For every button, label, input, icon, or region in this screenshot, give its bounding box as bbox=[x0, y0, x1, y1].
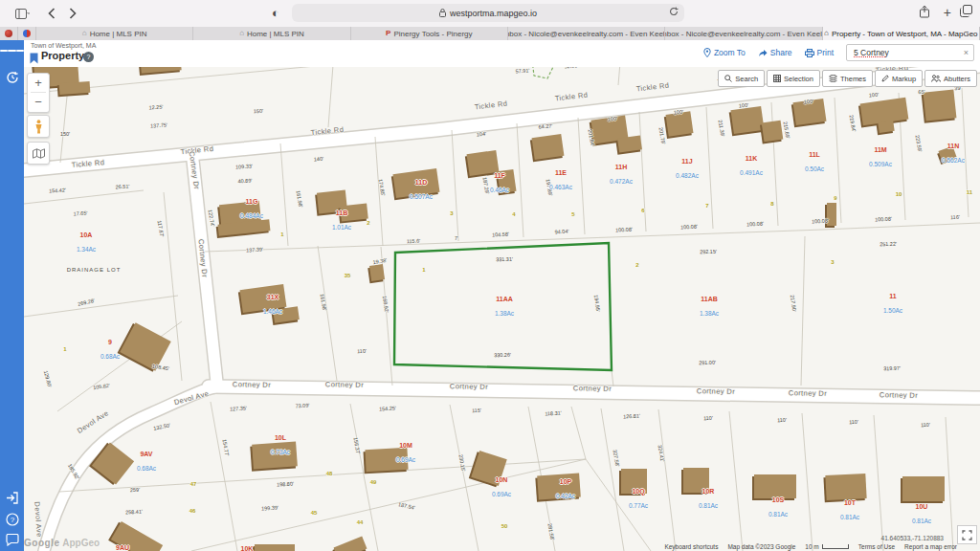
map-attribution: Keyboard shortcuts Map data ©2023 Google… bbox=[664, 543, 957, 550]
menu-icon[interactable] bbox=[0, 48, 24, 54]
back-icon[interactable] bbox=[48, 8, 56, 19]
forward-icon[interactable] bbox=[69, 8, 77, 19]
building bbox=[57, 81, 91, 97]
building bbox=[728, 106, 764, 136]
history-icon[interactable] bbox=[0, 71, 24, 84]
basemap-icon bbox=[33, 148, 45, 159]
building bbox=[752, 474, 796, 500]
new-tab-icon[interactable]: + bbox=[944, 5, 951, 20]
building bbox=[535, 473, 581, 501]
themes-tool-button[interactable]: Themes bbox=[822, 70, 873, 87]
property-bookmark-icon bbox=[30, 51, 38, 68]
svg-text:?: ? bbox=[10, 516, 14, 524]
keyboard-shortcuts-link[interactable]: Keyboard shortcuts bbox=[664, 543, 718, 550]
terms-link[interactable]: Terms of Use bbox=[858, 543, 895, 550]
zoom-out-button[interactable]: − bbox=[28, 93, 49, 111]
address-bar[interactable]: westportma.mapgeo.io bbox=[292, 4, 684, 22]
tab-mapgeo-active[interactable]: ⌂Property - Town of Westport, MA - MapGe… bbox=[823, 27, 980, 40]
building bbox=[118, 321, 171, 372]
mls-favicon: ⌂ bbox=[82, 30, 87, 37]
appgeo-watermark: AppGeo bbox=[62, 538, 100, 548]
refresh-icon[interactable] bbox=[669, 7, 679, 18]
clear-search-icon[interactable]: × bbox=[964, 48, 969, 57]
dashed-parcel-marker bbox=[532, 67, 554, 78]
privacy-report-icon[interactable]: ◐ bbox=[272, 6, 279, 20]
building bbox=[250, 441, 298, 471]
street-view-pegman[interactable] bbox=[27, 115, 50, 138]
tab-mls-1[interactable]: ⌂Home | MLS PIN bbox=[36, 27, 193, 40]
help-icon[interactable]: ? bbox=[0, 513, 24, 526]
building bbox=[937, 146, 958, 165]
sign-in-icon[interactable] bbox=[0, 492, 24, 504]
pinned-tab-1[interactable] bbox=[0, 27, 18, 40]
selection-grid-icon bbox=[773, 75, 781, 82]
search-input[interactable] bbox=[852, 47, 951, 58]
pinned-tab-2[interactable] bbox=[18, 27, 36, 40]
watermark: Google AppGeo bbox=[24, 538, 100, 548]
map-toolbar: Search Selection Themes Markup Abutters bbox=[718, 70, 977, 87]
abutters-people-icon bbox=[931, 75, 941, 82]
url-text: westportma.mapgeo.io bbox=[450, 9, 537, 18]
themes-layers-icon bbox=[829, 75, 837, 82]
fullscreen-icon bbox=[962, 530, 972, 540]
pin-icon bbox=[703, 48, 711, 57]
tab-pinergy[interactable]: PPinergy Tools - Pinergy bbox=[351, 27, 508, 40]
share-icon[interactable] bbox=[919, 5, 930, 18]
building bbox=[530, 134, 565, 162]
pinned-favicon bbox=[23, 30, 31, 37]
pinergy-favicon: P bbox=[386, 30, 390, 37]
building bbox=[332, 537, 368, 551]
zoom-to-button[interactable]: Zoom To bbox=[703, 48, 746, 57]
scale-indicator: 10 m bbox=[805, 543, 848, 550]
tab-overview-icon[interactable] bbox=[960, 5, 972, 17]
report-error-link[interactable]: Report a map error bbox=[904, 543, 957, 550]
selection-tool-button[interactable]: Selection bbox=[767, 70, 820, 87]
tab-label: Home | MLS PIN bbox=[90, 30, 147, 38]
themes-tool-label: Themes bbox=[840, 75, 866, 83]
feedback-chat-icon[interactable] bbox=[0, 534, 24, 546]
fullscreen-button[interactable] bbox=[957, 525, 977, 544]
sidebar-toggle-icon[interactable] bbox=[10, 9, 34, 19]
mapgeo-sidebar: ? bbox=[0, 40, 24, 551]
tab-label: Home | MLS PIN bbox=[247, 30, 304, 38]
abutters-tool-label: Abutters bbox=[944, 75, 970, 83]
lock-icon bbox=[439, 9, 446, 17]
zoom-in-button[interactable]: + bbox=[28, 74, 49, 92]
basemap-toggle[interactable] bbox=[27, 142, 50, 165]
building bbox=[791, 99, 827, 127]
tab-gmail-1[interactable]: MInbox - Nicole@evenkeelrealty.com - Eve… bbox=[508, 27, 665, 40]
cursor-coordinates: 41.640533,-71.120883 bbox=[881, 535, 944, 541]
tab-mls-2[interactable]: ⌂Home | MLS PIN bbox=[193, 27, 350, 40]
building bbox=[469, 450, 507, 487]
print-button[interactable]: Print bbox=[805, 48, 834, 57]
abutters-tool-button[interactable]: Abutters bbox=[924, 70, 977, 87]
town-name: Town of Westport, MA bbox=[31, 42, 96, 49]
tab-gmail-2[interactable]: MInbox - Nicole@evenkeelrealty.com - Eve… bbox=[665, 27, 822, 40]
property-search-box[interactable]: × bbox=[846, 44, 974, 61]
markup-pencil-icon bbox=[881, 75, 889, 82]
scale-label: 10 m bbox=[805, 543, 818, 550]
tab-label: Inbox - Nicole@evenkeelrealty.com - Even… bbox=[508, 30, 665, 38]
building bbox=[619, 469, 647, 496]
search-tool-label: Search bbox=[735, 75, 758, 83]
tab-label: Pinergy Tools - Pinergy bbox=[393, 30, 472, 38]
building bbox=[615, 135, 642, 154]
building bbox=[391, 168, 440, 200]
search-tool-button[interactable]: Search bbox=[718, 70, 765, 87]
tab-label: Inbox - Nicole@evenkeelrealty.com - Even… bbox=[665, 30, 822, 38]
tab-label: Property - Town of Westport, MA - MapGeo bbox=[832, 30, 978, 38]
selection-tool-label: Selection bbox=[784, 75, 813, 83]
markup-tool-button[interactable]: Markup bbox=[875, 70, 923, 87]
selected-parcel-outline[interactable] bbox=[394, 243, 612, 370]
map-canvas[interactable]: Tickle RdTickle RdTickle RdTickle RdTick… bbox=[24, 67, 980, 551]
building bbox=[681, 468, 709, 495]
building bbox=[108, 520, 163, 551]
tab-bar: ⌂Home | MLS PIN ⌂Home | MLS PIN PPinergy… bbox=[0, 27, 980, 41]
building bbox=[922, 89, 957, 122]
share-button[interactable]: Share bbox=[758, 48, 792, 57]
building bbox=[465, 150, 500, 178]
mapgeo-header: Town of Westport, MA Property ? Zoom To … bbox=[24, 40, 980, 68]
title-help-badge[interactable]: ? bbox=[83, 52, 94, 62]
browser-toolbar: ◐ westportma.mapgeo.io + bbox=[0, 0, 980, 28]
building bbox=[664, 111, 694, 139]
